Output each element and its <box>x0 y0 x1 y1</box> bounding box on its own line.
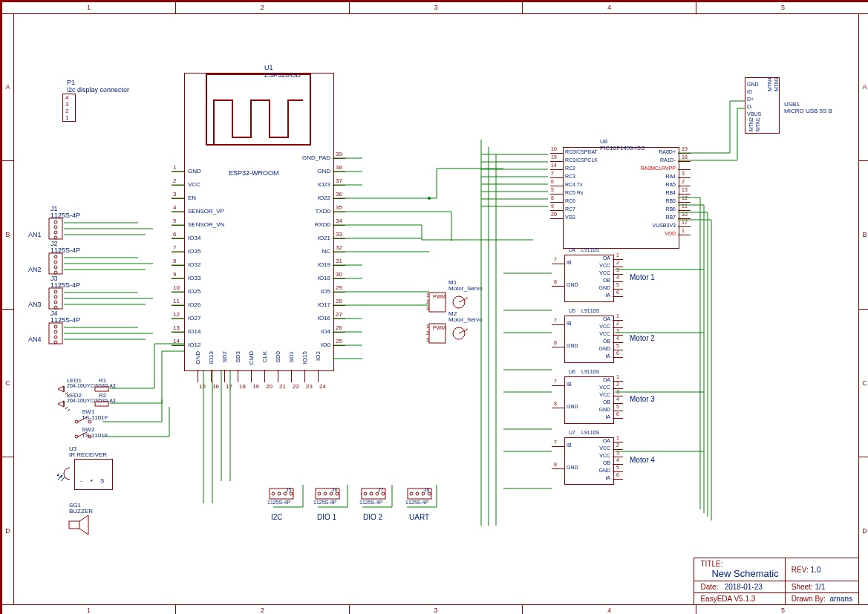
schematic-frame: 12345 12345 ABCD ABCD P1 i2c display con… <box>0 0 868 614</box>
ruler-top: 12345 <box>2 2 868 14</box>
ruler-left: ABCD <box>2 13 14 605</box>
svg-point-52 <box>428 197 431 200</box>
schematic-canvas[interactable]: P1 i2c display connector 4 3 2 1 J1 1125… <box>13 13 859 605</box>
wires <box>13 13 860 607</box>
title-block: TITLE:New SchematicREV: 1.0 Date: 2018-0… <box>694 558 859 605</box>
